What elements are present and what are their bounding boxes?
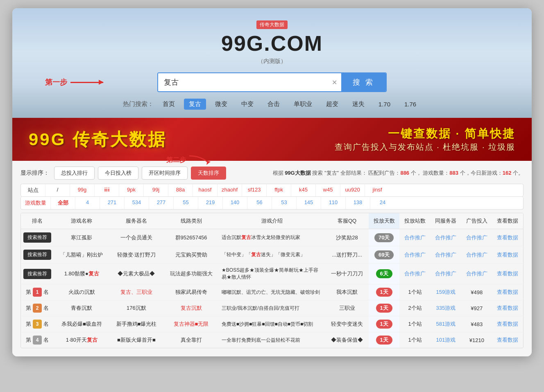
count-zhaohf[interactable]: 140 — [223, 197, 247, 209]
stations-cell[interactable]: 合作推广 — [399, 264, 430, 284]
days-badge: 1天 — [376, 336, 392, 345]
game-name-cell: 寒江孤影 — [54, 229, 110, 246]
sameserver-cell[interactable]: 581游戏 — [431, 316, 461, 332]
count-88a[interactable]: 55 — [174, 197, 198, 209]
sameserver-cell[interactable]: 合作推广 — [431, 264, 461, 284]
count-sf123[interactable]: 56 — [247, 197, 272, 209]
sort-today-button[interactable]: 今日投入榜 — [98, 167, 138, 180]
chuanqi-badge: 传奇大数据 — [20, 20, 524, 31]
hot-tag-超变[interactable]: 超变 — [321, 99, 343, 110]
rank-cell: 第 4 名 — [21, 332, 54, 348]
viewdata-cell[interactable]: 查看数据 — [492, 284, 523, 300]
route-cell: 独家武易传奇 — [163, 284, 219, 300]
sameserver-cell[interactable]: 335游戏 — [431, 300, 461, 316]
hot-tag-复古[interactable]: 复古 — [184, 99, 206, 110]
adinvest-cell[interactable]: 合作推广 — [461, 229, 492, 246]
banner[interactable]: 99G 传奇大数据 一键查数据 · 简单快捷 查询广告投入与发布站点 · 杜绝坑… — [12, 118, 532, 161]
search-clear-button[interactable]: ✕ — [328, 73, 341, 91]
hot-tag-1.70[interactable]: 1.70 — [374, 99, 395, 109]
count-k45[interactable]: 145 — [297, 197, 321, 209]
viewdata-cell[interactable]: 查看数据 — [492, 316, 523, 332]
site-99j[interactable]: 99j — [144, 184, 168, 196]
table-row: 搜索推荐 1.80骷髅●复古 ◆元素大极品◆ 玩法超多功能强大 ★BOSS超多★… — [21, 264, 523, 284]
hot-tag-首页[interactable]: 首页 — [158, 99, 180, 110]
banner-line2: 查询广告投入与发布站点 · 杜绝坑服 · 垃圾服 — [335, 142, 515, 153]
site-ffpk[interactable]: ffpk — [267, 184, 291, 196]
hot-tag-微变[interactable]: 微变 — [210, 99, 232, 110]
adinvest-cell[interactable]: 合作推广 — [461, 246, 492, 264]
th-server: 服务器名 — [110, 213, 163, 229]
hot-tag-1.76[interactable]: 1.76 — [399, 99, 421, 109]
banner-line1: 一键查数据 · 简单快捷 — [335, 126, 515, 142]
qq-cell: 三职业 — [325, 300, 369, 316]
game-name-cell: 1·80开天复古 — [54, 332, 110, 348]
viewdata-cell[interactable]: 查看数据 — [492, 300, 523, 316]
count-9pk[interactable]: 534 — [125, 197, 149, 209]
hot-tag-合击[interactable]: 合击 — [263, 99, 285, 110]
sameserver-cell[interactable]: 101游戏 — [431, 332, 461, 348]
stations-cell[interactable]: 合作推广 — [399, 229, 430, 246]
sort-days-button[interactable]: 天数排序 — [191, 167, 226, 180]
adinvest-cell[interactable]: 合作推广 — [461, 264, 492, 284]
desc-cell: 免费送■沙拥■狂暴■回馈■自动■货币■切割 — [219, 316, 325, 332]
count-ffpk[interactable]: 53 — [272, 197, 297, 209]
table-header-row: 排名 游戏名称 服务器名 线路类别 游戏介绍 客服QQ 投放天数 投放站数 同服… — [21, 213, 523, 229]
site-w45[interactable]: w45 — [316, 184, 340, 196]
site-jinsf[interactable]: jinsf — [365, 184, 390, 196]
hot-tag-迷失[interactable]: 迷失 — [347, 99, 369, 110]
content-area: 显示排序： 总投入排行 今日投入榜 开区时间排序 第二步 天数排序 — [12, 161, 532, 356]
sites-row: 站点 / 99g ⅲⅱ 9pk 99j 88a haosf zhaohf sf1… — [20, 184, 524, 197]
count-99j[interactable]: 277 — [149, 197, 174, 209]
viewdata-cell[interactable]: 查看数据 — [492, 332, 523, 348]
count-jjj[interactable]: 271 — [100, 197, 125, 209]
site-9pk[interactable]: 9pk — [119, 184, 144, 196]
viewdata-cell[interactable]: 查看数据 — [492, 229, 523, 246]
route-cell: 复古沉默 — [163, 300, 219, 316]
banner-right: 一键查数据 · 简单快捷 查询广告投入与发布站点 · 杜绝坑服 · 垃圾服 — [335, 126, 515, 153]
viewdata-cell[interactable]: 查看数据 — [492, 264, 523, 284]
search-button[interactable]: 搜 索 — [341, 73, 386, 91]
days-cell: 1天 — [369, 300, 399, 316]
count-all[interactable]: 全部 — [51, 197, 75, 209]
hot-tag-中变[interactable]: 中变 — [236, 99, 258, 110]
viewdata-cell[interactable]: 查看数据 — [492, 246, 523, 264]
site-88a[interactable]: 88a — [168, 184, 193, 196]
site-zhaohf[interactable]: zhaohf — [218, 184, 242, 196]
rank-number: 第 1 名 — [26, 288, 49, 297]
sort-total-button[interactable]: 总投入排行 — [54, 167, 95, 180]
sameserver-cell[interactable]: 合作推广 — [431, 229, 461, 246]
sameserver-cell[interactable]: 合作推广 — [431, 246, 461, 264]
count-99g[interactable]: 4 — [75, 197, 100, 209]
game-name-cell: 火战の沉默 — [54, 284, 110, 300]
site-jjj[interactable]: ⅲⅱ — [95, 184, 119, 196]
qq-cell: ...送打野刀... — [325, 246, 369, 264]
count-haosf[interactable]: 219 — [198, 197, 223, 209]
sort-buttons: 总投入排行 今日投入榜 开区时间排序 第二步 天数排序 — [54, 167, 226, 180]
sameserver-cell[interactable]: 159游戏 — [431, 284, 461, 300]
days-badge: 1天 — [376, 288, 392, 297]
site-sf123[interactable]: sf123 — [242, 184, 267, 196]
search-input[interactable] — [158, 73, 328, 91]
server-cell: 轻微变·送打野刀 — [110, 246, 163, 264]
games-table-wrapper: 排名 游戏名称 服务器名 线路类别 游戏介绍 客服QQ 投放天数 投放站数 同服… — [20, 213, 524, 348]
rank-cell: 搜索推荐 — [21, 264, 54, 284]
count-jinsf[interactable]: 24 — [370, 197, 395, 209]
desc-cell: ★BOSS超多★顶装全爆★简单耐玩★上手容易★散人情怀 — [219, 264, 325, 284]
count-w45[interactable]: 110 — [321, 197, 346, 209]
site-haosf[interactable]: haosf — [193, 184, 218, 196]
route-cell: 复古神器■无限 — [163, 316, 219, 332]
server-cell: 176沉默 — [110, 300, 163, 316]
th-qq: 客服QQ — [325, 213, 369, 229]
rank-number: 第 4 名 — [26, 336, 49, 345]
adinvest-cell: ¥1210 — [461, 332, 492, 348]
rank-cell: 第 2 名 — [21, 300, 54, 316]
sort-opentime-button[interactable]: 开区时间排序 — [142, 167, 188, 180]
site-uu920[interactable]: uu920 — [340, 184, 365, 196]
site-99g[interactable]: 99g — [70, 184, 95, 196]
count-uu920[interactable]: 138 — [346, 197, 370, 209]
adinvest-cell: ¥498 — [461, 284, 492, 300]
stations-cell[interactable]: 合作推广 — [399, 246, 430, 264]
hot-tag-单职业[interactable]: 单职业 — [289, 99, 317, 110]
site-k45[interactable]: k45 — [291, 184, 316, 196]
route-cell: 玩法超多功能强大 — [163, 264, 219, 284]
